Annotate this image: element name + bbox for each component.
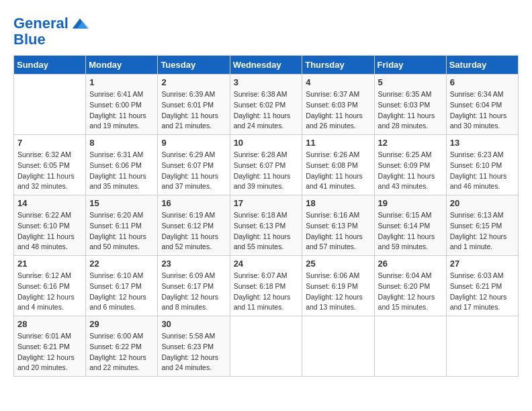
calendar-cell: 29Sunrise: 6:00 AMSunset: 6:22 PMDayligh… xyxy=(86,316,158,377)
calendar-cell: 20Sunrise: 6:13 AMSunset: 6:15 PMDayligh… xyxy=(446,195,518,256)
day-number: 23 xyxy=(161,259,226,269)
day-number: 19 xyxy=(378,198,443,208)
calendar-cell: 23Sunrise: 6:09 AMSunset: 6:17 PMDayligh… xyxy=(158,256,230,316)
day-number: 27 xyxy=(450,259,515,269)
weekday-header: Tuesday xyxy=(158,56,230,75)
day-info: Sunrise: 6:04 AMSunset: 6:20 PMDaylight:… xyxy=(378,271,443,313)
day-info: Sunrise: 6:07 AMSunset: 6:18 PMDaylight:… xyxy=(234,271,299,313)
day-number: 26 xyxy=(378,259,443,269)
day-number: 1 xyxy=(89,77,154,87)
calendar-cell: 30Sunrise: 5:58 AMSunset: 6:23 PMDayligh… xyxy=(158,316,230,377)
calendar-cell: 8Sunrise: 6:31 AMSunset: 6:06 PMDaylight… xyxy=(86,135,158,195)
day-info: Sunrise: 6:13 AMSunset: 6:15 PMDaylight:… xyxy=(450,210,515,253)
logo-text: General xyxy=(13,15,69,32)
day-info: Sunrise: 6:39 AMSunset: 6:01 PMDaylight:… xyxy=(161,89,226,132)
day-info: Sunrise: 6:09 AMSunset: 6:17 PMDaylight:… xyxy=(161,271,226,313)
day-info: Sunrise: 6:35 AMSunset: 6:03 PMDaylight:… xyxy=(378,89,443,132)
day-number: 4 xyxy=(306,77,370,87)
day-number: 17 xyxy=(234,198,299,208)
calendar-cell: 22Sunrise: 6:10 AMSunset: 6:17 PMDayligh… xyxy=(86,256,158,316)
day-info: Sunrise: 6:25 AMSunset: 6:09 PMDaylight:… xyxy=(378,150,443,192)
calendar-cell: 16Sunrise: 6:19 AMSunset: 6:12 PMDayligh… xyxy=(158,195,230,256)
logo: General Blue xyxy=(13,13,90,48)
day-number: 20 xyxy=(450,198,515,208)
calendar-cell: 18Sunrise: 6:16 AMSunset: 6:13 PMDayligh… xyxy=(302,195,374,256)
calendar-cell xyxy=(230,316,302,377)
calendar-cell: 1Sunrise: 6:41 AMSunset: 6:00 PMDaylight… xyxy=(86,75,158,135)
day-number: 29 xyxy=(89,319,154,329)
day-info: Sunrise: 6:38 AMSunset: 6:02 PMDaylight:… xyxy=(234,89,299,132)
calendar-cell: 21Sunrise: 6:12 AMSunset: 6:16 PMDayligh… xyxy=(14,256,86,316)
weekday-header: Monday xyxy=(86,56,158,75)
day-info: Sunrise: 6:41 AMSunset: 6:00 PMDaylight:… xyxy=(89,89,154,132)
day-info: Sunrise: 6:20 AMSunset: 6:11 PMDaylight:… xyxy=(89,210,154,253)
calendar-cell: 28Sunrise: 6:01 AMSunset: 6:21 PMDayligh… xyxy=(14,316,86,377)
day-info: Sunrise: 5:58 AMSunset: 6:23 PMDaylight:… xyxy=(161,331,226,373)
day-info: Sunrise: 6:34 AMSunset: 6:04 PMDaylight:… xyxy=(450,89,515,132)
weekday-header: Saturday xyxy=(446,56,518,75)
day-info: Sunrise: 6:28 AMSunset: 6:07 PMDaylight:… xyxy=(234,150,299,192)
day-number: 30 xyxy=(161,319,226,329)
day-info: Sunrise: 6:10 AMSunset: 6:17 PMDaylight:… xyxy=(89,271,154,313)
day-number: 7 xyxy=(17,138,82,148)
day-number: 10 xyxy=(234,138,299,148)
day-info: Sunrise: 6:19 AMSunset: 6:12 PMDaylight:… xyxy=(161,210,226,253)
day-info: Sunrise: 6:26 AMSunset: 6:08 PMDaylight:… xyxy=(306,150,370,192)
day-info: Sunrise: 6:29 AMSunset: 6:07 PMDaylight:… xyxy=(161,150,226,192)
day-info: Sunrise: 6:03 AMSunset: 6:21 PMDaylight:… xyxy=(450,271,515,313)
day-number: 14 xyxy=(17,198,82,208)
day-info: Sunrise: 6:18 AMSunset: 6:13 PMDaylight:… xyxy=(234,210,299,253)
calendar-cell: 24Sunrise: 6:07 AMSunset: 6:18 PMDayligh… xyxy=(230,256,302,316)
day-number: 9 xyxy=(161,138,226,148)
page-header: General Blue xyxy=(13,13,519,48)
day-info: Sunrise: 6:32 AMSunset: 6:05 PMDaylight:… xyxy=(17,150,82,192)
calendar-cell: 11Sunrise: 6:26 AMSunset: 6:08 PMDayligh… xyxy=(302,135,374,195)
day-info: Sunrise: 6:16 AMSunset: 6:13 PMDaylight:… xyxy=(306,210,370,253)
calendar-cell: 26Sunrise: 6:04 AMSunset: 6:20 PMDayligh… xyxy=(374,256,446,316)
day-info: Sunrise: 6:12 AMSunset: 6:16 PMDaylight:… xyxy=(17,271,82,313)
day-info: Sunrise: 6:31 AMSunset: 6:06 PMDaylight:… xyxy=(89,150,154,192)
calendar-cell: 13Sunrise: 6:23 AMSunset: 6:10 PMDayligh… xyxy=(446,135,518,195)
calendar-table: SundayMondayTuesdayWednesdayThursdayFrid… xyxy=(13,55,519,377)
calendar-cell: 10Sunrise: 6:28 AMSunset: 6:07 PMDayligh… xyxy=(230,135,302,195)
calendar-cell: 5Sunrise: 6:35 AMSunset: 6:03 PMDaylight… xyxy=(374,75,446,135)
weekday-header: Wednesday xyxy=(230,56,302,75)
day-info: Sunrise: 6:06 AMSunset: 6:19 PMDaylight:… xyxy=(306,271,370,313)
calendar-cell: 14Sunrise: 6:22 AMSunset: 6:10 PMDayligh… xyxy=(14,195,86,256)
day-number: 8 xyxy=(89,138,154,148)
day-number: 25 xyxy=(306,259,370,269)
day-info: Sunrise: 6:00 AMSunset: 6:22 PMDaylight:… xyxy=(89,331,154,373)
day-number: 22 xyxy=(89,259,154,269)
day-number: 24 xyxy=(234,259,299,269)
calendar-cell xyxy=(374,316,446,377)
calendar-cell: 17Sunrise: 6:18 AMSunset: 6:13 PMDayligh… xyxy=(230,195,302,256)
calendar-cell: 15Sunrise: 6:20 AMSunset: 6:11 PMDayligh… xyxy=(86,195,158,256)
day-number: 13 xyxy=(450,138,515,148)
weekday-header: Thursday xyxy=(302,56,374,75)
calendar-cell: 19Sunrise: 6:15 AMSunset: 6:14 PMDayligh… xyxy=(374,195,446,256)
day-number: 21 xyxy=(17,259,82,269)
day-number: 15 xyxy=(89,198,154,208)
day-info: Sunrise: 6:15 AMSunset: 6:14 PMDaylight:… xyxy=(378,210,443,253)
calendar-cell: 4Sunrise: 6:37 AMSunset: 6:03 PMDaylight… xyxy=(302,75,374,135)
calendar-cell: 12Sunrise: 6:25 AMSunset: 6:09 PMDayligh… xyxy=(374,135,446,195)
day-info: Sunrise: 6:01 AMSunset: 6:21 PMDaylight:… xyxy=(17,331,82,373)
calendar-cell: 9Sunrise: 6:29 AMSunset: 6:07 PMDaylight… xyxy=(158,135,230,195)
day-number: 28 xyxy=(17,319,82,329)
calendar-cell xyxy=(14,75,86,135)
calendar-cell: 25Sunrise: 6:06 AMSunset: 6:19 PMDayligh… xyxy=(302,256,374,316)
calendar-cell: 7Sunrise: 6:32 AMSunset: 6:05 PMDaylight… xyxy=(14,135,86,195)
calendar-cell: 6Sunrise: 6:34 AMSunset: 6:04 PMDaylight… xyxy=(446,75,518,135)
calendar-cell: 27Sunrise: 6:03 AMSunset: 6:21 PMDayligh… xyxy=(446,256,518,316)
day-number: 5 xyxy=(378,77,443,87)
weekday-header: Sunday xyxy=(14,56,86,75)
weekday-header: Friday xyxy=(374,56,446,75)
day-number: 6 xyxy=(450,77,515,87)
day-info: Sunrise: 6:23 AMSunset: 6:10 PMDaylight:… xyxy=(450,150,515,192)
day-info: Sunrise: 6:22 AMSunset: 6:10 PMDaylight:… xyxy=(17,210,82,253)
day-number: 3 xyxy=(234,77,299,87)
logo-icon xyxy=(70,13,90,34)
day-info: Sunrise: 6:37 AMSunset: 6:03 PMDaylight:… xyxy=(306,89,370,132)
day-number: 16 xyxy=(161,198,226,208)
calendar-cell: 2Sunrise: 6:39 AMSunset: 6:01 PMDaylight… xyxy=(158,75,230,135)
